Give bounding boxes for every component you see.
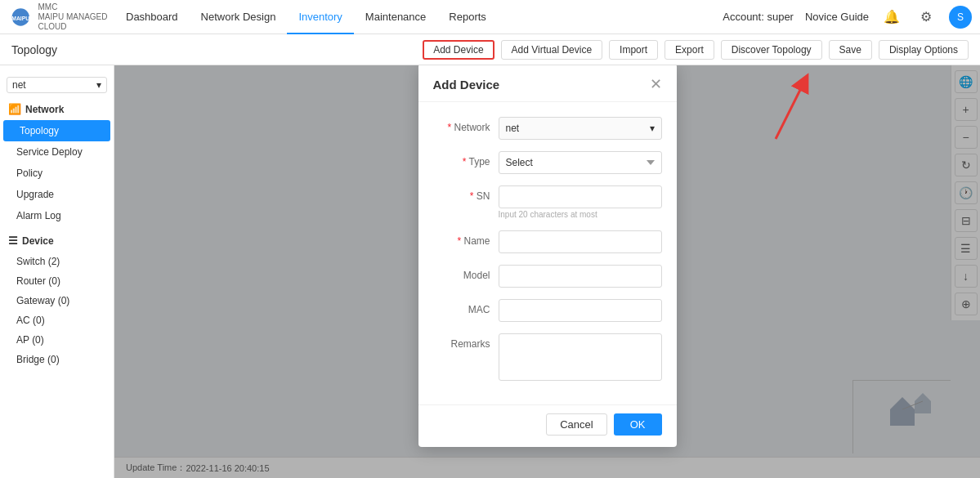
sn-field-row: SN Input 20 characters at most — [433, 185, 662, 219]
sn-hint: Input 20 characters at most — [499, 210, 662, 219]
sub-toolbar: Topology Add Device Add Virtual Device I… — [0, 34, 980, 65]
arrow-svg — [727, 65, 825, 147]
nav-reports[interactable]: Reports — [437, 0, 498, 34]
model-label: Model — [433, 265, 499, 281]
modal-footer: Cancel OK — [418, 404, 677, 447]
modal-overlay: Add Device ✕ Network net ▾ — [114, 65, 980, 478]
svg-text:MAIPU: MAIPU — [11, 15, 29, 20]
sidebar-item-ac[interactable]: AC (0) — [0, 310, 114, 330]
device-icon-nav: ☰ — [8, 235, 18, 247]
import-button[interactable]: Import — [609, 40, 658, 60]
remarks-label: Remarks — [433, 333, 499, 350]
wifi-icon: 📶 — [8, 103, 21, 115]
remarks-control — [499, 333, 662, 383]
nav-inventory[interactable]: Inventory — [287, 0, 353, 34]
add-device-button[interactable]: Add Device — [423, 40, 494, 60]
sn-input[interactable] — [499, 185, 662, 208]
modal-close-button[interactable]: ✕ — [650, 75, 662, 93]
type-field-row: Type Select — [433, 151, 662, 174]
sidebar: net ▾ 📶 Network Topology Service Deploy … — [0, 65, 114, 478]
name-field-row: Name — [433, 230, 662, 253]
model-control — [499, 265, 662, 288]
sidebar-item-switch[interactable]: Switch (2) — [0, 252, 114, 271]
navbar-right: Account: super Novice Guide 🔔 ⚙ S — [723, 6, 972, 29]
modal-body: Network net ▾ Type Sel — [418, 102, 677, 404]
sidebar-item-service-deploy[interactable]: Service Deploy — [0, 141, 114, 163]
name-input[interactable] — [499, 230, 662, 253]
device-section-header: ☰ Device — [0, 230, 114, 252]
mac-control — [499, 299, 662, 322]
sidebar-item-router[interactable]: Router (0) — [0, 271, 114, 291]
nav-maintenance[interactable]: Maintenance — [354, 0, 437, 34]
network-select[interactable]: net ▾ — [7, 77, 107, 93]
sidebar-item-gateway[interactable]: Gateway (0) — [0, 291, 114, 310]
modal-header: Add Device ✕ — [418, 65, 677, 102]
chevron-down-icon: ▾ — [650, 123, 655, 134]
remarks-textarea[interactable] — [499, 333, 662, 381]
save-button[interactable]: Save — [829, 40, 872, 60]
name-control — [499, 230, 662, 253]
sidebar-item-policy[interactable]: Policy — [0, 163, 114, 184]
display-options-button[interactable]: Display Options — [879, 40, 969, 60]
settings-icon[interactable]: ⚙ — [915, 6, 937, 29]
add-virtual-device-button[interactable]: Add Virtual Device — [501, 40, 603, 60]
sn-label: SN — [433, 185, 499, 202]
network-label: Network — [433, 117, 499, 133]
sidebar-item-upgrade[interactable]: Upgrade — [0, 184, 114, 205]
nav-dashboard[interactable]: Dashboard — [114, 0, 190, 34]
page-title: Topology — [11, 43, 416, 56]
add-device-modal: Add Device ✕ Network net ▾ — [418, 65, 677, 447]
logo-text: MMCMAIPU MANAGED CLOUD — [38, 2, 114, 32]
mac-field-row: MAC — [433, 299, 662, 322]
network-control: net ▾ — [499, 117, 662, 140]
main-nav: Dashboard Network Design Inventory Maint… — [114, 0, 723, 34]
model-field-row: Model — [433, 265, 662, 288]
navbar: MAIPU MMCMAIPU MANAGED CLOUD Dashboard N… — [0, 0, 980, 34]
type-select[interactable]: Select — [499, 151, 662, 174]
nav-network-design[interactable]: Network Design — [190, 0, 288, 34]
mac-label: MAC — [433, 299, 499, 315]
modal-title: Add Device — [433, 78, 500, 92]
sidebar-item-alarm-log[interactable]: Alarm Log — [0, 205, 114, 226]
ok-button[interactable]: OK — [614, 413, 662, 436]
model-input[interactable] — [499, 265, 662, 288]
sidebar-item-topology[interactable]: Topology — [3, 120, 110, 141]
network-section-label: Network — [25, 104, 64, 115]
logo-icon: MAIPU — [8, 4, 33, 30]
type-label: Type — [433, 151, 499, 168]
device-section-label: Device — [22, 235, 54, 247]
avatar[interactable]: S — [949, 6, 972, 29]
network-select-value: net — [12, 79, 26, 91]
novice-guide[interactable]: Novice Guide — [805, 11, 869, 23]
notification-icon[interactable]: 🔔 — [880, 6, 903, 29]
remarks-field-row: Remarks — [433, 333, 662, 383]
sidebar-item-bridge[interactable]: Bridge (0) — [0, 350, 114, 369]
discover-topology-button[interactable]: Discover Topology — [721, 40, 822, 60]
sn-control: Input 20 characters at most — [499, 185, 662, 219]
layout: net ▾ 📶 Network Topology Service Deploy … — [0, 65, 980, 478]
name-label: Name — [433, 230, 499, 247]
network-display: net ▾ — [499, 117, 662, 140]
network-field-row: Network net ▾ — [433, 117, 662, 140]
type-control: Select — [499, 151, 662, 174]
network-value: net — [506, 123, 520, 134]
sidebar-item-ap[interactable]: AP (0) — [0, 330, 114, 350]
main-content: 7214170100009 🌐 + − ↻ 🕐 ⊟ ☰ ↓ ⊕ Update T — [114, 65, 980, 478]
mac-input[interactable] — [499, 299, 662, 322]
cancel-button[interactable]: Cancel — [546, 413, 606, 436]
network-section-header: 📶 Network — [0, 98, 114, 120]
account-label: Account: super — [723, 11, 794, 23]
logo: MAIPU MMCMAIPU MANAGED CLOUD — [8, 2, 114, 32]
export-button[interactable]: Export — [665, 40, 714, 60]
